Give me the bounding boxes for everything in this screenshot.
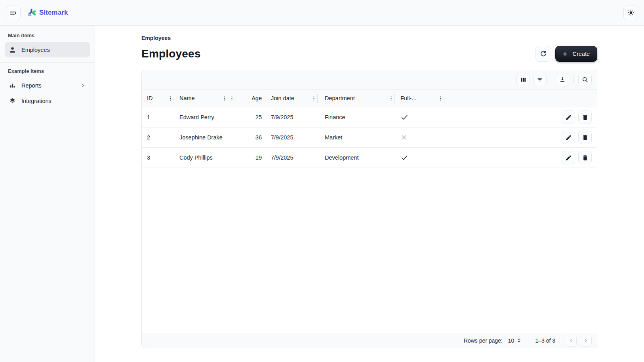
sidebar-divider: [0, 62, 95, 63]
sidebar: Main items Employees Example items Repor…: [0, 26, 95, 362]
column-header-name[interactable]: Name: [174, 90, 228, 107]
previous-page-button[interactable]: [565, 335, 577, 347]
sidebar-item-label: Integrations: [21, 98, 51, 104]
cell-name: Josephine Drake: [174, 134, 228, 141]
row-actions: [532, 111, 597, 124]
layers-icon: [9, 97, 16, 105]
table-row[interactable]: 2 Josephine Drake 36 7/9/2025 Market: [142, 128, 597, 148]
cell-age: 19: [228, 154, 265, 161]
sidebar-collapse-button[interactable]: [6, 6, 21, 20]
column-header-label: Join date: [271, 95, 294, 101]
delete-button[interactable]: [578, 151, 592, 164]
pencil-icon: [565, 114, 572, 121]
sitemark-logo-icon: [27, 8, 36, 17]
cell-name: Cody Phillips: [174, 154, 228, 161]
column-header-id[interactable]: ID: [142, 90, 174, 107]
filter-button[interactable]: [533, 73, 547, 86]
sidebar-item-label: Reports: [21, 82, 42, 89]
bar-chart-icon: [9, 82, 16, 89]
chevron-left-icon: [568, 337, 574, 343]
cell-full-time: [395, 154, 444, 162]
column-menu-icon[interactable]: [167, 95, 174, 102]
rows-per-page-label: Rows per page:: [464, 337, 503, 344]
cell-full-time: [395, 113, 444, 121]
edit-button[interactable]: [562, 111, 575, 124]
table-row[interactable]: 1 Edward Perry 25 7/9/2025 Finance: [142, 107, 597, 128]
column-header-department[interactable]: Department: [318, 90, 395, 107]
edit-button[interactable]: [562, 131, 575, 144]
sidebar-section-example-items: Example items: [5, 67, 90, 78]
trash-icon: [582, 134, 589, 141]
search-button[interactable]: [578, 73, 592, 86]
delete-button[interactable]: [578, 131, 592, 144]
column-header-full-time[interactable]: Full-...: [395, 90, 444, 107]
select-arrows-icon: [516, 337, 522, 343]
delete-button[interactable]: [578, 111, 592, 124]
cross-icon: [400, 134, 408, 141]
sidebar-item-integrations[interactable]: Integrations: [5, 93, 90, 109]
cell-department: Market: [318, 134, 395, 141]
table-row[interactable]: 3 Cody Phillips 19 7/9/2025 Development: [142, 148, 597, 168]
search-icon: [581, 76, 589, 83]
grid-toolbar: [142, 70, 597, 89]
pencil-icon: [565, 154, 572, 161]
column-menu-icon[interactable]: [221, 95, 228, 102]
filter-icon: [536, 76, 543, 83]
theme-toggle-button[interactable]: [623, 6, 638, 20]
pencil-icon: [565, 134, 572, 141]
columns-icon: [520, 76, 527, 83]
column-header-age[interactable]: Age: [228, 90, 265, 107]
sidebar-section-main-items: Main items: [5, 32, 90, 42]
cell-age: 36: [228, 134, 265, 141]
refresh-button[interactable]: [535, 46, 551, 62]
column-menu-icon[interactable]: [387, 95, 395, 102]
cell-id: 1: [142, 114, 174, 120]
breadcrumb: Employees: [141, 35, 597, 41]
cell-department: Development: [318, 154, 395, 161]
cell-department: Finance: [318, 114, 395, 120]
next-page-button[interactable]: [580, 335, 592, 347]
cell-id: 3: [142, 154, 174, 161]
column-header-actions: [532, 90, 597, 107]
column-menu-icon[interactable]: [437, 95, 444, 102]
check-icon: [400, 113, 408, 121]
download-icon: [559, 76, 566, 83]
person-icon: [9, 46, 16, 53]
cell-name: Edward Perry: [174, 114, 228, 120]
trash-icon: [582, 114, 589, 121]
rows-per-page-value: 10: [508, 337, 514, 344]
sidebar-item-employees[interactable]: Employees: [5, 42, 90, 57]
cell-join-date: 7/9/2025: [265, 154, 318, 161]
columns-button[interactable]: [516, 73, 530, 86]
column-header-label: Full-...: [400, 95, 416, 101]
app-header: Sitemark: [0, 0, 644, 26]
create-button[interactable]: Create: [555, 46, 597, 62]
cell-join-date: 7/9/2025: [265, 134, 318, 141]
chevron-right-icon: [80, 82, 86, 89]
sidebar-item-reports[interactable]: Reports: [5, 78, 90, 93]
toolbar-divider: [574, 75, 574, 84]
export-button[interactable]: [556, 73, 569, 86]
cell-age: 25: [228, 114, 265, 120]
rows-per-page-select[interactable]: 10: [508, 337, 522, 344]
column-header-label: ID: [147, 95, 153, 101]
row-actions: [532, 131, 597, 144]
column-header-label: Age: [252, 95, 262, 101]
check-icon: [400, 154, 408, 162]
cell-join-date: 7/9/2025: [265, 114, 318, 120]
edit-button[interactable]: [562, 151, 575, 164]
column-header-join-date[interactable]: Join date: [265, 90, 318, 107]
logo[interactable]: Sitemark: [27, 8, 68, 17]
chevron-right-icon: [583, 337, 589, 343]
grid-header-row: ID Name Age Join date: [142, 89, 597, 107]
cell-full-time: [395, 134, 444, 141]
sidebar-item-label: Employees: [21, 47, 50, 53]
main-content: Employees Employees Create: [95, 0, 644, 362]
column-menu-icon[interactable]: [228, 95, 236, 102]
create-button-label: Create: [572, 51, 590, 57]
logo-text: Sitemark: [39, 9, 68, 17]
column-header-spacer: [444, 90, 532, 107]
column-menu-icon[interactable]: [310, 95, 318, 102]
refresh-icon: [540, 50, 547, 57]
sun-icon: [627, 9, 634, 16]
